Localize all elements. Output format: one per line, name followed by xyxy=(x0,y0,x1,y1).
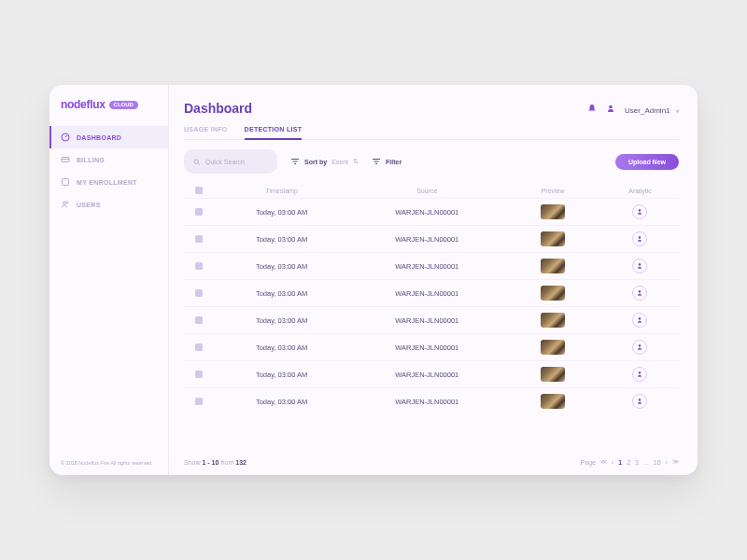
sidebar: nodeflux CLOUD DASHBOARD BILLING MY ENRO… xyxy=(49,85,169,475)
table-row[interactable]: Today, 03:00 AMWARJEN-JLN00001 xyxy=(184,360,679,387)
sidebar-item-label: BILLING xyxy=(77,157,105,163)
table-row[interactable]: Today, 03:00 AMWARJEN-JLN00001 xyxy=(184,333,679,360)
row-checkbox[interactable] xyxy=(195,371,203,378)
table-header: Timestamp Source Preview Analytic xyxy=(184,183,679,198)
table-row[interactable]: Today, 03:00 AMWARJEN-JLN00001 xyxy=(184,225,679,252)
page-next[interactable]: › xyxy=(666,459,668,466)
analytic-button[interactable] xyxy=(632,204,647,219)
sidebar-item-label: MY ENROLLMENT xyxy=(77,179,137,186)
sort-control[interactable]: Sort by Event ⇅ xyxy=(290,158,359,166)
analytic-button[interactable] xyxy=(632,313,647,328)
billing-icon xyxy=(61,155,70,164)
cell-analytic xyxy=(601,286,679,301)
svg-point-23 xyxy=(639,399,641,401)
sidebar-item-label: USERS xyxy=(77,202,101,208)
copyright: © 2018 Nodeflux Fire All rights reserved xyxy=(49,460,168,466)
page-2[interactable]: 2 xyxy=(627,459,630,466)
tab-detection-list[interactable]: DETECTION LIST xyxy=(245,126,303,140)
row-checkbox[interactable] xyxy=(195,235,203,243)
cell-source: WARJEN-JLN00001 xyxy=(349,208,504,217)
analytic-button[interactable] xyxy=(632,394,647,409)
sort-value: Event xyxy=(331,159,348,165)
preview-thumbnail[interactable] xyxy=(541,286,565,301)
main-content: Dashboard User_Admin1 ▾ USAGE INFO DETEC… xyxy=(169,85,698,475)
row-checkbox[interactable] xyxy=(195,398,203,405)
analytic-button[interactable] xyxy=(632,286,647,301)
tab-usage-info[interactable]: USAGE INFO xyxy=(184,126,228,139)
cell-timestamp: Today, 03:00 AM xyxy=(214,208,349,217)
svg-point-6 xyxy=(66,202,68,203)
analytic-button[interactable] xyxy=(632,231,647,246)
row-checkbox[interactable] xyxy=(195,262,203,270)
cell-preview xyxy=(504,394,601,409)
svg-point-21 xyxy=(639,344,641,347)
sidebar-item-enrollment[interactable]: MY ENROLLMENT xyxy=(49,171,168,193)
sort-icon xyxy=(290,158,300,166)
table-row[interactable]: Today, 03:00 AMWARJEN-JLN00001 xyxy=(184,387,679,414)
cell-timestamp: Today, 03:00 AM xyxy=(214,343,349,352)
sidebar-item-users[interactable]: USERS xyxy=(49,193,168,216)
row-checkbox[interactable] xyxy=(195,208,203,216)
enrollment-icon xyxy=(61,177,70,187)
svg-point-8 xyxy=(194,160,198,163)
page-first[interactable]: ≪ xyxy=(600,458,607,466)
preview-thumbnail[interactable] xyxy=(541,367,565,382)
cell-preview xyxy=(504,286,601,301)
toolbar: Sort by Event ⇅ Filter Upload New xyxy=(184,149,679,174)
cell-analytic xyxy=(601,231,679,246)
page-10[interactable]: 10 xyxy=(654,459,661,466)
cell-source: WARJEN-JLN00001 xyxy=(349,289,504,298)
preview-thumbnail[interactable] xyxy=(541,231,565,246)
pagination: Page ≪ ‹ 1 2 3 ... 10 › ≫ xyxy=(581,458,679,466)
brand-name: nodeflux xyxy=(61,98,106,111)
notifications-icon[interactable] xyxy=(587,100,597,117)
col-analytic: Analytic xyxy=(601,188,679,194)
cell-analytic xyxy=(601,204,679,219)
col-source: Source xyxy=(349,188,504,194)
table-row[interactable]: Today, 03:00 AMWARJEN-JLN00001 xyxy=(184,252,679,279)
table-row[interactable]: Today, 03:00 AMWARJEN-JLN00001 xyxy=(184,306,679,333)
svg-point-4 xyxy=(64,181,65,182)
user-menu[interactable]: User_Admin1 ▾ xyxy=(625,100,679,117)
col-preview: Preview xyxy=(504,188,601,194)
select-all-checkbox[interactable] xyxy=(195,187,203,194)
preview-thumbnail[interactable] xyxy=(541,313,565,328)
users-icon xyxy=(61,200,70,209)
page-1[interactable]: 1 xyxy=(618,459,622,466)
page-prev[interactable]: ‹ xyxy=(612,459,613,466)
cell-analytic xyxy=(601,259,679,273)
sidebar-item-dashboard[interactable]: DASHBOARD xyxy=(49,126,168,148)
logo: nodeflux CLOUD xyxy=(49,98,168,126)
search-input[interactable] xyxy=(205,159,268,165)
page-title: Dashboard xyxy=(184,101,252,116)
sidebar-item-label: DASHBOARD xyxy=(77,134,121,141)
upload-button[interactable]: Upload New xyxy=(615,154,679,170)
cell-source: WARJEN-JLN00001 xyxy=(349,371,504,379)
preview-thumbnail[interactable] xyxy=(541,204,565,219)
preview-thumbnail[interactable] xyxy=(541,259,565,273)
table-row[interactable]: Today, 03:00 AMWARJEN-JLN00001 xyxy=(184,279,679,306)
row-checkbox[interactable] xyxy=(195,289,203,297)
filter-label: Filter xyxy=(386,159,402,165)
svg-point-16 xyxy=(639,209,641,212)
analytic-button[interactable] xyxy=(632,340,647,355)
cell-timestamp: Today, 03:00 AM xyxy=(214,316,349,325)
preview-thumbnail[interactable] xyxy=(541,394,565,409)
sidebar-item-billing[interactable]: BILLING xyxy=(49,148,168,171)
row-checkbox[interactable] xyxy=(195,316,203,324)
app-window: nodeflux CLOUD DASHBOARD BILLING MY ENRO… xyxy=(49,85,698,475)
username-label: User_Admin1 xyxy=(625,106,669,115)
page-3[interactable]: 3 xyxy=(635,459,639,466)
chevron-down-icon: ▾ xyxy=(676,108,679,114)
analytic-button[interactable] xyxy=(632,367,647,382)
filter-control[interactable]: Filter xyxy=(372,158,402,166)
search-box[interactable] xyxy=(184,149,277,174)
row-checkbox[interactable] xyxy=(195,343,203,351)
preview-thumbnail[interactable] xyxy=(541,340,565,355)
table-row[interactable]: Today, 03:00 AMWARJEN-JLN00001 xyxy=(184,198,679,225)
analytic-button[interactable] xyxy=(632,259,647,273)
cell-source: WARJEN-JLN00001 xyxy=(349,398,504,406)
page-last[interactable]: ≫ xyxy=(672,458,679,466)
svg-point-20 xyxy=(639,317,641,320)
svg-point-19 xyxy=(639,290,641,293)
